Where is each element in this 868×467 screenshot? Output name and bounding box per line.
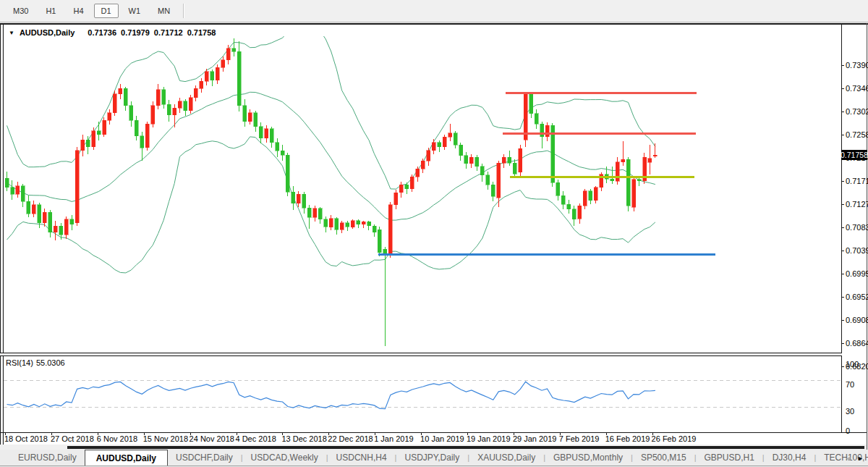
candle-bearish bbox=[335, 219, 339, 230]
tab-usdcnh-h4[interactable]: USDCNH,H4 bbox=[328, 450, 395, 466]
candle-bearish bbox=[405, 185, 409, 189]
candle-bearish bbox=[286, 155, 289, 192]
tab-scroll-left-icon[interactable]: ◄ bbox=[845, 455, 851, 462]
quote-low: 0.71712 bbox=[154, 28, 183, 37]
candle-bullish bbox=[427, 151, 430, 161]
price-axis-tick bbox=[841, 320, 844, 321]
timeframe-button-h4[interactable]: H4 bbox=[66, 4, 90, 18]
date-axis-label: 6 Nov 2018 bbox=[97, 434, 137, 443]
price-chart[interactable] bbox=[4, 36, 841, 353]
tab-audusd-daily[interactable]: AUDUSD,Daily bbox=[85, 450, 168, 466]
chart-scrollbar-thumb[interactable] bbox=[67, 446, 864, 449]
rsi-chart[interactable] bbox=[4, 356, 841, 432]
price-axis-label: 0.73900 bbox=[846, 61, 868, 70]
timeframe-toolbar: M30H1H4D1W1MN bbox=[0, 0, 868, 22]
candle-bullish bbox=[648, 159, 652, 163]
tab-xauusd-daily[interactable]: XAUUSD,Daily bbox=[469, 450, 543, 466]
tab-gbpusd-monthly[interactable]: GBPUSD,Monthly bbox=[545, 450, 631, 466]
current-price-badge: 0.71758 bbox=[841, 150, 867, 160]
price-axis-label: 0.69950 bbox=[846, 269, 868, 278]
price-axis-tick bbox=[841, 65, 844, 66]
candle-bearish bbox=[378, 230, 381, 252]
tab-dj30-h4[interactable]: DJ30,H4 bbox=[765, 450, 814, 466]
price-axis[interactable]: 0.739000.734600.730200.725800.721400.717… bbox=[842, 25, 867, 432]
rsi-axis-label: 0 bbox=[846, 426, 850, 435]
quote-close: 0.71758 bbox=[187, 28, 216, 37]
candle-bullish bbox=[178, 101, 182, 109]
window-border-left bbox=[0, 23, 1, 450]
candle-bearish bbox=[97, 131, 101, 135]
price-axis-tick bbox=[841, 112, 844, 112]
candle-bearish bbox=[38, 205, 41, 223]
rsi-value: 55.0306 bbox=[36, 358, 65, 367]
rsi-name: RSI(14) bbox=[6, 358, 33, 367]
candle-bearish bbox=[572, 209, 576, 219]
date-axis[interactable]: 18 Oct 201827 Oct 20186 Nov 201815 Nov 2… bbox=[4, 433, 867, 445]
candle-bullish bbox=[578, 206, 582, 219]
candle-bullish bbox=[519, 148, 522, 172]
bollinger-lower-band bbox=[7, 137, 655, 273]
date-axis-label: 1 Jan 2019 bbox=[374, 434, 413, 443]
price-axis-tick bbox=[841, 274, 844, 274]
candle-bullish bbox=[545, 125, 549, 136]
candle-bullish bbox=[103, 120, 106, 135]
candle-bullish bbox=[443, 137, 446, 146]
candle-bullish bbox=[54, 226, 57, 232]
timeframe-button-h1[interactable]: H1 bbox=[38, 4, 63, 18]
candle-bearish bbox=[129, 106, 133, 120]
rsi-axis-label: 100 bbox=[846, 360, 859, 369]
mt4-terminal: M30H1H4D1W1MN ▼ AUDUSD,Daily 0.71736 0.7… bbox=[0, 0, 868, 467]
candle-bullish bbox=[81, 140, 85, 151]
bollinger-middle-band bbox=[7, 92, 655, 220]
chart-symbol-label: AUDUSD,Daily bbox=[20, 28, 75, 37]
candle-bearish bbox=[259, 127, 263, 138]
candle-bearish bbox=[610, 179, 614, 181]
date-axis-label: 4 Dec 2018 bbox=[236, 434, 276, 443]
timeframe-button-w1[interactable]: W1 bbox=[122, 4, 148, 18]
tab-usdchf-daily[interactable]: USDCHF,Daily bbox=[168, 450, 241, 466]
candle-bearish bbox=[324, 219, 328, 227]
date-axis-label: 13 Dec 2018 bbox=[281, 434, 326, 443]
timeframe-button-m30[interactable]: M30 bbox=[6, 4, 35, 18]
tab-usdjpy-daily[interactable]: USDJPY,Daily bbox=[396, 450, 467, 466]
candle-bearish bbox=[70, 219, 74, 224]
candle-bullish bbox=[399, 185, 403, 193]
timeframe-button-d1[interactable]: D1 bbox=[94, 4, 119, 18]
candle-bearish bbox=[540, 124, 544, 137]
candle-bullish bbox=[200, 81, 203, 88]
candle-bearish bbox=[508, 157, 511, 163]
toolbar-separator bbox=[183, 4, 184, 18]
rsi-axis-label: 70 bbox=[846, 380, 854, 389]
candle-bearish bbox=[140, 136, 144, 148]
tab-scroll-right-icon[interactable]: ► bbox=[857, 455, 864, 462]
candle-bearish bbox=[475, 157, 479, 166]
candle-bullish bbox=[621, 159, 625, 162]
date-axis-label: 7 Feb 2019 bbox=[559, 434, 600, 443]
candle-bearish bbox=[589, 191, 592, 201]
candle-bearish bbox=[27, 201, 30, 214]
candle-bearish bbox=[529, 94, 533, 113]
candle-bearish bbox=[210, 72, 214, 80]
candle-bearish bbox=[302, 194, 306, 208]
chart-quote-header[interactable]: ▼ AUDUSD,Daily 0.71736 0.71979 0.71712 0… bbox=[9, 28, 220, 38]
candle-bearish bbox=[86, 140, 90, 147]
candle-bullish bbox=[226, 49, 230, 60]
price-axis-tick bbox=[841, 251, 844, 251]
candle-bullish bbox=[119, 88, 122, 93]
timeframe-button-mn[interactable]: MN bbox=[150, 4, 177, 18]
candle-bearish bbox=[567, 204, 571, 209]
candle-bullish bbox=[64, 219, 68, 235]
candle-bullish bbox=[151, 106, 155, 125]
tab-gbpusd-h1[interactable]: GBPUSD,H1 bbox=[696, 450, 762, 466]
price-axis-tick bbox=[841, 366, 844, 367]
tab-eurusd-daily[interactable]: EURUSD,Daily bbox=[10, 450, 85, 466]
candle-bearish bbox=[459, 145, 463, 156]
tab-usdcad-weekly[interactable]: USDCAD,Weekly bbox=[243, 450, 326, 466]
candle-bullish bbox=[248, 113, 252, 122]
candle-bullish bbox=[16, 186, 20, 195]
tab-sp500-m15[interactable]: SP500,M15 bbox=[633, 450, 694, 466]
candle-bearish bbox=[232, 49, 236, 51]
chart-scrollbar[interactable] bbox=[0, 445, 867, 450]
candle-bullish bbox=[410, 177, 414, 189]
candle-bullish bbox=[616, 162, 619, 181]
